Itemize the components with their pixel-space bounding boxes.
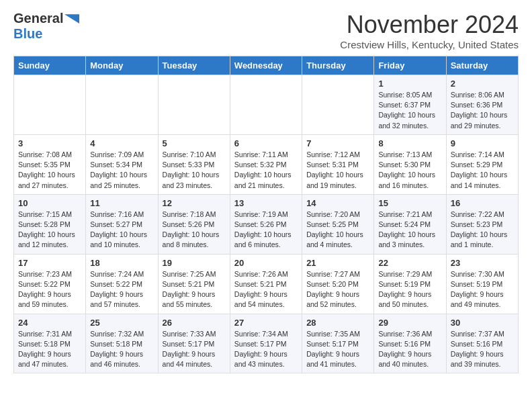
day-number: 5 xyxy=(163,138,226,148)
day-info: Sunrise: 7:31 AM Sunset: 5:18 PM Dayligh… xyxy=(18,329,81,370)
calendar-cell: 21Sunrise: 7:27 AM Sunset: 5:20 PM Dayli… xyxy=(302,254,374,314)
day-info: Sunrise: 7:26 AM Sunset: 5:21 PM Dayligh… xyxy=(234,269,298,310)
calendar-cell xyxy=(158,75,230,135)
weekday-header: Tuesday xyxy=(158,56,230,75)
day-number: 2 xyxy=(451,79,514,89)
calendar-cell xyxy=(86,75,158,135)
calendar-cell: 29Sunrise: 7:36 AM Sunset: 5:16 PM Dayli… xyxy=(374,314,446,373)
day-info: Sunrise: 7:27 AM Sunset: 5:20 PM Dayligh… xyxy=(306,269,369,310)
day-info: Sunrise: 8:05 AM Sunset: 6:37 PM Dayligh… xyxy=(378,90,441,131)
calendar-cell: 17Sunrise: 7:23 AM Sunset: 5:22 PM Dayli… xyxy=(14,254,86,314)
svg-marker-0 xyxy=(64,14,79,24)
day-info: Sunrise: 7:30 AM Sunset: 5:19 PM Dayligh… xyxy=(451,269,514,310)
calendar-cell: 1Sunrise: 8:05 AM Sunset: 6:37 PM Daylig… xyxy=(374,75,446,135)
day-info: Sunrise: 7:10 AM Sunset: 5:33 PM Dayligh… xyxy=(163,150,226,191)
logo-arrow-icon xyxy=(64,14,79,24)
calendar-cell: 25Sunrise: 7:32 AM Sunset: 5:18 PM Dayli… xyxy=(86,314,158,373)
calendar-cell: 10Sunrise: 7:15 AM Sunset: 5:28 PM Dayli… xyxy=(14,194,86,254)
day-info: Sunrise: 7:37 AM Sunset: 5:16 PM Dayligh… xyxy=(451,329,514,370)
month-title: November 2024 xyxy=(340,11,519,39)
day-number: 9 xyxy=(451,138,514,148)
day-number: 16 xyxy=(451,198,514,208)
calendar-cell: 6Sunrise: 7:11 AM Sunset: 5:32 PM Daylig… xyxy=(230,134,302,194)
day-number: 27 xyxy=(234,318,298,328)
day-number: 14 xyxy=(306,198,369,208)
calendar-cell xyxy=(230,75,302,135)
calendar-cell: 3Sunrise: 7:08 AM Sunset: 5:35 PM Daylig… xyxy=(14,134,86,194)
page-header: General Blue November 2024 Crestview Hil… xyxy=(13,11,519,50)
day-number: 3 xyxy=(18,138,81,148)
day-info: Sunrise: 7:22 AM Sunset: 5:23 PM Dayligh… xyxy=(451,210,514,250)
day-info: Sunrise: 7:14 AM Sunset: 5:29 PM Dayligh… xyxy=(451,150,514,191)
day-number: 10 xyxy=(18,198,81,208)
calendar-table: SundayMondayTuesdayWednesdayThursdayFrid… xyxy=(13,56,519,373)
day-number: 24 xyxy=(18,318,81,328)
calendar-week-row: 3Sunrise: 7:08 AM Sunset: 5:35 PM Daylig… xyxy=(14,134,519,194)
calendar-week-row: 1Sunrise: 8:05 AM Sunset: 6:37 PM Daylig… xyxy=(14,75,519,135)
calendar-cell: 20Sunrise: 7:26 AM Sunset: 5:21 PM Dayli… xyxy=(230,254,302,314)
weekday-header: Saturday xyxy=(446,56,518,75)
day-number: 15 xyxy=(378,198,441,208)
day-info: Sunrise: 8:06 AM Sunset: 6:36 PM Dayligh… xyxy=(451,90,514,131)
day-info: Sunrise: 7:25 AM Sunset: 5:21 PM Dayligh… xyxy=(163,269,226,310)
location-subtitle: Crestview Hills, Kentucky, United States xyxy=(340,39,519,50)
day-number: 29 xyxy=(378,318,441,328)
calendar-week-row: 10Sunrise: 7:15 AM Sunset: 5:28 PM Dayli… xyxy=(14,194,519,254)
day-info: Sunrise: 7:12 AM Sunset: 5:31 PM Dayligh… xyxy=(306,150,369,191)
weekday-header: Thursday xyxy=(302,56,374,75)
calendar-cell: 5Sunrise: 7:10 AM Sunset: 5:33 PM Daylig… xyxy=(158,134,230,194)
day-info: Sunrise: 7:15 AM Sunset: 5:28 PM Dayligh… xyxy=(18,210,81,250)
day-number: 18 xyxy=(90,258,153,268)
day-info: Sunrise: 7:21 AM Sunset: 5:24 PM Dayligh… xyxy=(378,210,441,250)
day-number: 8 xyxy=(378,138,441,148)
weekday-header: Sunday xyxy=(14,56,86,75)
day-number: 17 xyxy=(18,258,81,268)
calendar-cell: 13Sunrise: 7:19 AM Sunset: 5:26 PM Dayli… xyxy=(230,194,302,254)
calendar-cell: 11Sunrise: 7:16 AM Sunset: 5:27 PM Dayli… xyxy=(86,194,158,254)
calendar-week-row: 17Sunrise: 7:23 AM Sunset: 5:22 PM Dayli… xyxy=(14,254,519,314)
logo-text-general: General xyxy=(13,11,63,26)
calendar-cell: 8Sunrise: 7:13 AM Sunset: 5:30 PM Daylig… xyxy=(374,134,446,194)
day-info: Sunrise: 7:16 AM Sunset: 5:27 PM Dayligh… xyxy=(90,210,153,250)
day-info: Sunrise: 7:08 AM Sunset: 5:35 PM Dayligh… xyxy=(18,150,81,191)
header-row: SundayMondayTuesdayWednesdayThursdayFrid… xyxy=(14,56,519,75)
calendar-cell: 2Sunrise: 8:06 AM Sunset: 6:36 PM Daylig… xyxy=(446,75,518,135)
calendar-cell: 16Sunrise: 7:22 AM Sunset: 5:23 PM Dayli… xyxy=(446,194,518,254)
calendar-cell: 7Sunrise: 7:12 AM Sunset: 5:31 PM Daylig… xyxy=(302,134,374,194)
weekday-header: Monday xyxy=(86,56,158,75)
calendar-cell: 23Sunrise: 7:30 AM Sunset: 5:19 PM Dayli… xyxy=(446,254,518,314)
day-info: Sunrise: 7:09 AM Sunset: 5:34 PM Dayligh… xyxy=(90,150,153,191)
calendar-cell: 27Sunrise: 7:34 AM Sunset: 5:17 PM Dayli… xyxy=(230,314,302,373)
day-info: Sunrise: 7:18 AM Sunset: 5:26 PM Dayligh… xyxy=(163,210,226,250)
calendar-week-row: 24Sunrise: 7:31 AM Sunset: 5:18 PM Dayli… xyxy=(14,314,519,373)
day-info: Sunrise: 7:11 AM Sunset: 5:32 PM Dayligh… xyxy=(234,150,298,191)
calendar-cell xyxy=(302,75,374,135)
calendar-cell: 28Sunrise: 7:35 AM Sunset: 5:17 PM Dayli… xyxy=(302,314,374,373)
logo-text-blue: Blue xyxy=(13,26,42,41)
day-number: 1 xyxy=(378,79,441,89)
day-number: 6 xyxy=(234,138,298,148)
calendar-cell: 15Sunrise: 7:21 AM Sunset: 5:24 PM Dayli… xyxy=(374,194,446,254)
day-info: Sunrise: 7:20 AM Sunset: 5:25 PM Dayligh… xyxy=(306,210,369,250)
calendar-cell: 12Sunrise: 7:18 AM Sunset: 5:26 PM Dayli… xyxy=(158,194,230,254)
day-number: 7 xyxy=(306,138,369,148)
day-info: Sunrise: 7:35 AM Sunset: 5:17 PM Dayligh… xyxy=(306,329,369,370)
day-info: Sunrise: 7:24 AM Sunset: 5:22 PM Dayligh… xyxy=(90,269,153,310)
weekday-header: Friday xyxy=(374,56,446,75)
calendar-cell: 14Sunrise: 7:20 AM Sunset: 5:25 PM Dayli… xyxy=(302,194,374,254)
day-number: 30 xyxy=(451,318,514,328)
weekday-header: Wednesday xyxy=(230,56,302,75)
calendar-cell xyxy=(14,75,86,135)
day-number: 20 xyxy=(234,258,298,268)
calendar-cell: 26Sunrise: 7:33 AM Sunset: 5:17 PM Dayli… xyxy=(158,314,230,373)
day-info: Sunrise: 7:13 AM Sunset: 5:30 PM Dayligh… xyxy=(378,150,441,191)
day-number: 12 xyxy=(163,198,226,208)
day-number: 26 xyxy=(163,318,226,328)
day-number: 19 xyxy=(163,258,226,268)
day-info: Sunrise: 7:19 AM Sunset: 5:26 PM Dayligh… xyxy=(234,210,298,250)
logo: General Blue xyxy=(13,11,79,42)
day-number: 13 xyxy=(234,198,298,208)
calendar-cell: 19Sunrise: 7:25 AM Sunset: 5:21 PM Dayli… xyxy=(158,254,230,314)
day-info: Sunrise: 7:33 AM Sunset: 5:17 PM Dayligh… xyxy=(163,329,226,370)
calendar-cell: 9Sunrise: 7:14 AM Sunset: 5:29 PM Daylig… xyxy=(446,134,518,194)
